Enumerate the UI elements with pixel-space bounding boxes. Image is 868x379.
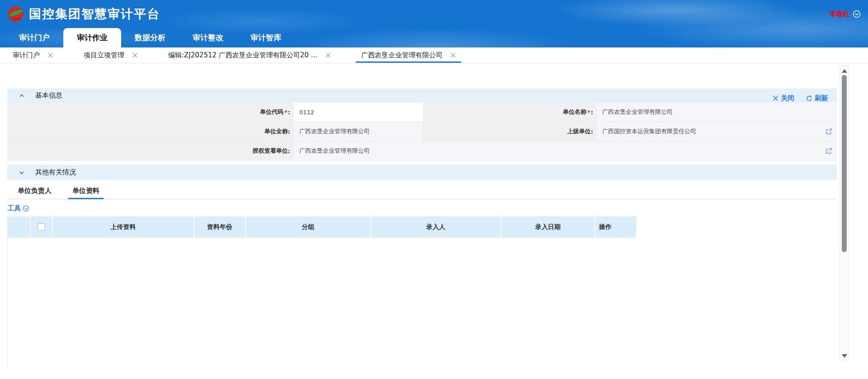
column-entry-date: 录入日期 <box>501 216 595 238</box>
doc-tab-label: 编辑:ZJ202512 广西农垦企业管理有限公司20 ... <box>168 51 317 60</box>
user-name: 李春红 <box>830 10 850 19</box>
other-info-subtabs: 单位负责人 单位资料 <box>7 182 837 199</box>
scroll-down-arrow-icon[interactable] <box>842 354 847 358</box>
subtab-unit-material[interactable]: 单位资料 <box>68 182 104 199</box>
select-all-checkbox[interactable] <box>38 223 45 231</box>
column-group: 分组 <box>246 216 371 238</box>
authorized-view-unit-label: 授权查看单位: <box>7 141 294 160</box>
nav-item-audit-work[interactable]: 审计作业 <box>63 28 121 47</box>
column-operations: 操作 <box>595 216 637 238</box>
page-actions: 关闭 刷新 <box>773 94 828 103</box>
tools-dropdown[interactable]: 工具 <box>7 203 837 214</box>
main-nav: 审计门户 审计作业 数据分析 审计整改 审计智库 <box>0 28 868 47</box>
column-material-year: 资料年份 <box>194 216 246 238</box>
parent-unit-label: 上级单位: <box>424 122 597 141</box>
close-icon <box>773 95 778 101</box>
refresh-icon <box>806 95 812 102</box>
tab-close-icon[interactable] <box>48 53 53 58</box>
content-panel: 关闭 刷新 基本信息 单位代码*: 0112 <box>0 89 868 379</box>
app-title: 国控集团智慧审计平台 <box>29 6 160 22</box>
doc-tab-audit-portal[interactable]: 审计门户 <box>7 47 58 63</box>
app-logo-icon[interactable] <box>7 5 24 23</box>
app-header: 国控集团智慧审计平台 李春红 审计门户 审计作业 数据分析 审计整改 审计智库 <box>0 0 868 47</box>
tab-close-icon[interactable] <box>132 53 137 58</box>
authorized-view-unit-field: 广西农垦企业管理有限公司 <box>294 141 837 160</box>
parent-unit-field: 广西国控资本运营集团有限责任公司 <box>597 122 837 141</box>
section-title: 基本信息 <box>35 91 62 100</box>
nav-item-audit-knowledge[interactable]: 审计智库 <box>237 28 295 47</box>
doc-tab-label: 广西农垦企业管理有限公司 <box>361 51 443 60</box>
collapse-chevron-up-icon[interactable] <box>19 93 24 98</box>
doc-tab-label: 审计门户 <box>13 51 40 60</box>
nav-item-audit-portal[interactable]: 审计门户 <box>5 28 63 47</box>
doc-tab-unit-detail[interactable]: 广西农垦企业管理有限公司 <box>356 47 461 63</box>
close-label: 关闭 <box>781 94 794 103</box>
tab-close-icon[interactable] <box>451 53 456 58</box>
close-button[interactable]: 关闭 <box>773 94 794 103</box>
unit-full-name-field: 广西农垦企业管理有限公司 <box>294 122 424 141</box>
vertical-scrollbar[interactable] <box>840 66 849 361</box>
doc-tab-project-approval[interactable]: 项目立项管理 <box>78 47 143 63</box>
collapse-chevron-down-icon[interactable] <box>19 170 24 175</box>
refresh-label: 刷新 <box>815 94 828 103</box>
basic-info-form: 单位代码*: 0112 单位名称*: 广西农垦企业管理有限公司 单位全称: 广西… <box>7 103 837 161</box>
form-row: 单位代码*: 0112 单位名称*: 广西农垦企业管理有限公司 <box>7 103 837 122</box>
table-header-row: 上传资料 资料年份 分组 录入人 录入日期 操作 <box>8 216 837 238</box>
user-chevron-down-icon <box>853 10 861 18</box>
user-menu[interactable]: 李春红 <box>830 10 861 19</box>
unit-code-label: 单位代码*: <box>7 103 294 122</box>
table-body-empty <box>8 238 837 368</box>
materials-table: 上传资料 资料年份 分组 录入人 录入日期 操作 <box>7 216 837 368</box>
document-tabbar: 审计门户 项目立项管理 编辑:ZJ202512 广西农垦企业管理有限公司20 .… <box>0 47 868 63</box>
header-title-row: 国控集团智慧审计平台 李春红 <box>0 0 868 28</box>
section-title: 其他有关情况 <box>35 168 76 177</box>
external-link-icon[interactable] <box>826 128 832 135</box>
section-other-info-header[interactable]: 其他有关情况 <box>7 165 837 180</box>
unit-full-name-label: 单位全称: <box>7 122 294 141</box>
tab-close-icon[interactable] <box>326 53 330 58</box>
subtab-unit-leader[interactable]: 单位负责人 <box>14 182 56 199</box>
scrollbar-thumb[interactable] <box>842 75 847 252</box>
column-entered-by: 录入人 <box>371 216 501 238</box>
nav-item-data-analysis[interactable]: 数据分析 <box>121 28 179 47</box>
unit-name-label: 单位名称*: <box>424 103 597 122</box>
doc-tab-label: 项目立项管理 <box>84 51 124 60</box>
unit-name-field: 广西农垦企业管理有限公司 <box>597 103 837 122</box>
scroll-up-arrow-icon[interactable] <box>842 69 847 73</box>
unit-code-field[interactable]: 0112 <box>294 103 424 122</box>
column-upload-material: 上传资料 <box>53 216 194 238</box>
nav-item-audit-rectify[interactable]: 审计整改 <box>179 28 237 47</box>
form-row: 授权查看单位: 广西农垦企业管理有限公司 <box>7 141 837 161</box>
header-checkbox-cell <box>31 216 53 238</box>
form-row: 单位全称: 广西农垦企业管理有限公司 上级单位: 广西国控资本运营集团有限责任公… <box>7 122 837 141</box>
refresh-button[interactable]: 刷新 <box>806 94 828 103</box>
header-expander-cell <box>8 216 31 238</box>
tools-chevron-down-icon <box>23 205 29 212</box>
external-link-icon[interactable] <box>826 148 832 154</box>
section-basic-info-header[interactable]: 基本信息 <box>7 89 837 103</box>
doc-tab-edit-project[interactable]: 编辑:ZJ202512 广西农垦企业管理有限公司20 ... <box>163 47 336 63</box>
tools-label: 工具 <box>7 204 21 213</box>
